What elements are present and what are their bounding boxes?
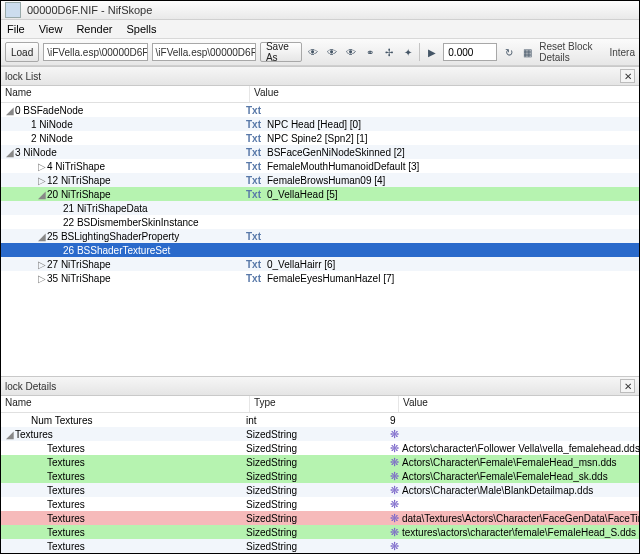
tree-row[interactable]: 22 BSDismemberSkinInstance xyxy=(1,215,639,229)
tree-row[interactable]: ▷4 NiTriShapeTxtFemaleMouthHumanoidDefau… xyxy=(1,159,639,173)
menu-render[interactable]: Render xyxy=(76,23,112,35)
tree-row[interactable]: 1 NiNodeTxtNPC Head [Head] [0] xyxy=(1,117,639,131)
row-name: Textures xyxy=(47,527,85,538)
tree-row[interactable]: TexturesSizedString❋data\Textures\Actors… xyxy=(1,511,639,525)
row-value: NPC Spine2 [Spn2] [1] xyxy=(267,133,368,144)
text-icon: Txt xyxy=(246,105,261,116)
twisty-icon[interactable]: ◢ xyxy=(5,105,14,116)
eye2-icon[interactable]: 👁 xyxy=(325,43,340,61)
load-button[interactable]: Load xyxy=(5,42,39,62)
block-details-columns: Name Type Value xyxy=(1,396,639,413)
twisty-icon[interactable]: ◢ xyxy=(37,231,46,242)
tree-row[interactable]: TexturesSizedString❋Actors\Character\Fem… xyxy=(1,469,639,483)
twisty-icon[interactable]: ▷ xyxy=(37,161,46,172)
twisty-icon[interactable]: ▷ xyxy=(37,259,46,270)
col-name[interactable]: Name xyxy=(1,396,250,412)
row-name: Num Textures xyxy=(31,415,93,426)
row-value: Actors\Character\Male\BlankDetailmap.dds xyxy=(402,485,593,496)
row-value: BSFaceGenNiNodeSkinned [2] xyxy=(267,147,405,158)
string-icon: ❋ xyxy=(390,471,399,481)
twisty-icon[interactable]: ◢ xyxy=(5,429,14,440)
row-name: 20 NiTriShape xyxy=(47,189,111,200)
col-value[interactable]: Value xyxy=(250,86,639,102)
axes-icon[interactable]: ✢ xyxy=(381,43,396,61)
tree-row[interactable]: TexturesSizedString❋Actors\Character\Mal… xyxy=(1,483,639,497)
string-icon: ❋ xyxy=(390,443,399,453)
twisty-icon[interactable]: ◢ xyxy=(37,189,46,200)
tree-row[interactable]: Num Texturesint9 xyxy=(1,413,639,427)
tree-row[interactable]: ◢25 BSLightingShaderPropertyTxt xyxy=(1,229,639,243)
row-name: Textures xyxy=(47,443,85,454)
string-icon: ❋ xyxy=(390,541,399,551)
block-list-tree[interactable]: ◢0 BSFadeNodeTxt1 NiNodeTxtNPC Head [Hea… xyxy=(1,103,639,285)
row-name: 22 BSDismemberSkinInstance xyxy=(63,217,199,228)
string-icon: ❋ xyxy=(390,527,399,537)
row-value: FemaleEyesHumanHazel [7] xyxy=(267,273,394,284)
col-value[interactable]: Value xyxy=(399,396,639,412)
row-type: SizedString xyxy=(242,499,386,510)
eye3-icon[interactable]: 👁 xyxy=(344,43,359,61)
save-as-button[interactable]: Save As xyxy=(260,42,302,62)
row-type: SizedString xyxy=(242,443,386,454)
tree-row[interactable]: ▷12 NiTriShapeTxtFemaleBrowsHuman09 [4] xyxy=(1,173,639,187)
row-value: 0_VellaHairr [6] xyxy=(267,259,335,270)
menu-view[interactable]: View xyxy=(39,23,63,35)
link-icon[interactable]: ⚭ xyxy=(362,43,377,61)
path-input-2[interactable]: \iFVella.esp\00000D6F.NIF xyxy=(152,43,256,61)
row-value: 9 xyxy=(390,415,396,426)
text-icon: Txt xyxy=(246,231,261,242)
text-icon: Txt xyxy=(246,189,261,200)
frame-spin[interactable]: 0.000 xyxy=(443,43,497,61)
col-name[interactable]: Name xyxy=(1,86,250,102)
col-type[interactable]: Type xyxy=(250,396,399,412)
string-icon: ❋ xyxy=(390,513,399,523)
anim-icon[interactable]: ▦ xyxy=(520,43,535,61)
tree-row[interactable]: TexturesSizedString❋ xyxy=(1,539,639,553)
twisty-icon[interactable]: ▷ xyxy=(37,273,46,284)
row-type: SizedString xyxy=(242,513,386,524)
tree-row[interactable]: ◢0 BSFadeNodeTxt xyxy=(1,103,639,117)
path-input-1[interactable]: \iFVella.esp\00000D6F.NIF xyxy=(43,43,147,61)
text-icon: Txt xyxy=(246,133,261,144)
twisty-icon[interactable]: ◢ xyxy=(5,147,14,158)
tree-row[interactable]: 21 NiTriShapeData xyxy=(1,201,639,215)
tree-row[interactable]: ◢20 NiTriShapeTxt0_VellaHead [5] xyxy=(1,187,639,201)
tree-row[interactable]: TexturesSizedString❋Actors\Character\Fem… xyxy=(1,455,639,469)
tree-row[interactable]: TexturesSizedString❋textures\actors\char… xyxy=(1,525,639,539)
row-value: FemaleMouthHumanoidDefault [3] xyxy=(267,161,419,172)
tree-row[interactable]: ◢3 NiNodeTxtBSFaceGenNiNodeSkinned [2] xyxy=(1,145,639,159)
row-name: 26 BSShaderTextureSet xyxy=(63,245,170,256)
tree-row[interactable]: ▷35 NiTriShapeTxtFemaleEyesHumanHazel [7… xyxy=(1,271,639,285)
reset-block-details[interactable]: Reset Block Details xyxy=(539,41,603,63)
tree-row[interactable]: 2 NiNodeTxtNPC Spine2 [Spn2] [1] xyxy=(1,131,639,145)
tree-row[interactable]: ▷27 NiTriShapeTxt0_VellaHairr [6] xyxy=(1,257,639,271)
row-name: 2 NiNode xyxy=(31,133,73,144)
close-icon[interactable]: ✕ xyxy=(620,379,635,393)
menu-spells[interactable]: Spells xyxy=(126,23,156,35)
viewport-area xyxy=(1,285,639,376)
row-name: 35 NiTriShape xyxy=(47,273,111,284)
block-details-tree[interactable]: Num Texturesint9◢TexturesSizedString❋Tex… xyxy=(1,413,639,553)
tree-row[interactable]: TexturesSizedString❋Actors\character\Fol… xyxy=(1,441,639,455)
tree-row[interactable]: ◢TexturesSizedString❋ xyxy=(1,427,639,441)
title-bar: 00000D6F.NIF - NifSkope xyxy=(1,1,639,20)
row-name: Textures xyxy=(47,471,85,482)
menu-bar: File View Render Spells xyxy=(1,20,639,39)
menu-file[interactable]: File xyxy=(7,23,25,35)
row-type: SizedString xyxy=(242,541,386,552)
play-icon[interactable]: ▶ xyxy=(424,43,439,61)
wand-icon[interactable]: ✦ xyxy=(400,43,415,61)
twisty-icon[interactable]: ▷ xyxy=(37,175,46,186)
toolbar-extra[interactable]: Intera xyxy=(609,47,635,58)
row-type: SizedString xyxy=(242,485,386,496)
close-icon[interactable]: ✕ xyxy=(620,69,635,83)
text-icon: Txt xyxy=(246,119,261,130)
loop-icon[interactable]: ↻ xyxy=(501,43,516,61)
eye-icon[interactable]: 👁 xyxy=(306,43,321,61)
row-name: Textures xyxy=(47,541,85,552)
tree-row[interactable]: 26 BSShaderTextureSet xyxy=(1,243,639,257)
row-type: SizedString xyxy=(242,429,386,440)
text-icon: Txt xyxy=(246,259,261,270)
row-name: 27 NiTriShape xyxy=(47,259,111,270)
tree-row[interactable]: TexturesSizedString❋ xyxy=(1,497,639,511)
